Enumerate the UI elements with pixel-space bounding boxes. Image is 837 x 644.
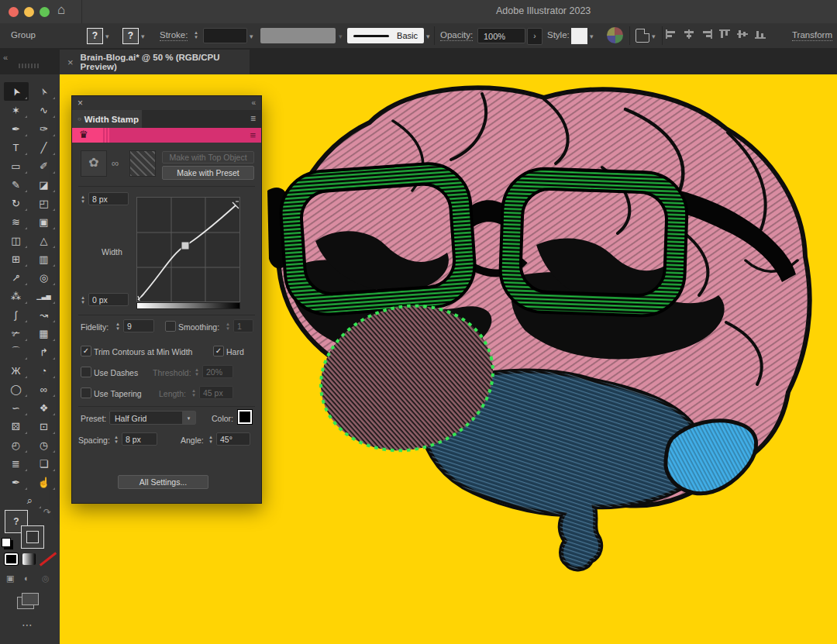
stepper-down-icon[interactable]: ▾	[115, 439, 118, 444]
recolor-artwork-icon[interactable]	[607, 27, 623, 43]
mesh-tool[interactable]: ⊞	[4, 250, 29, 268]
stroke-weight-stepper[interactable]: ▴▾	[192, 30, 200, 40]
stroke-color-swatch[interactable]: ?	[122, 28, 139, 44]
smart-remove-brush-tool[interactable]: ✃	[4, 324, 29, 343]
stepper-down-icon[interactable]: ▾	[195, 372, 198, 377]
dynamic-sketch-tool[interactable]: ↝	[32, 305, 57, 324]
close-document-icon[interactable]: ×	[67, 57, 74, 68]
use-tapering-checkbox[interactable]	[81, 387, 91, 398]
stamp-object-thumbnail[interactable]: ✿	[81, 150, 107, 177]
gauge-tool-2[interactable]: ◷	[32, 436, 57, 454]
gauge-tool-1[interactable]: ◴	[4, 436, 29, 454]
target-tool[interactable]: ⊡	[32, 417, 57, 436]
fill-color-swatch[interactable]: ?	[87, 28, 103, 44]
paintbrush-tool[interactable]: ✐	[32, 157, 57, 175]
stepper-down-icon[interactable]: ▾	[116, 326, 119, 331]
all-settings-button[interactable]: All Settings...	[118, 475, 208, 489]
horizontal-align-center-icon[interactable]	[683, 29, 695, 40]
rectangle-tool[interactable]: ▭	[4, 157, 29, 175]
brush-definition-field[interactable]: Basic	[347, 28, 424, 43]
shaper-tool[interactable]: ✎	[4, 175, 29, 194]
eyedropper-tool[interactable]: ⊸	[4, 268, 29, 287]
default-fill-stroke-icon[interactable]	[2, 538, 11, 547]
artboard-chevron-icon[interactable]: ▾	[652, 33, 656, 40]
width-curve-graph[interactable]	[136, 197, 240, 302]
preset-dropdown-icon[interactable]: ▾	[181, 412, 195, 424]
opacity-link[interactable]: Opacity:	[440, 30, 473, 41]
selection-tool[interactable]: ➤	[4, 82, 29, 101]
vertical-align-center-icon[interactable]	[736, 29, 749, 40]
angle-field[interactable]: 45°	[216, 432, 250, 446]
style-swatch[interactable]	[571, 28, 587, 44]
width-max-field[interactable]: 8 px	[88, 192, 129, 205]
draw-normal-mode-button[interactable]: ▣	[6, 573, 14, 584]
panel-close-icon[interactable]: ×	[78, 98, 83, 108]
hard-checkbox[interactable]: ✓	[213, 346, 224, 356]
free-transform-tool[interactable]: ▣	[32, 212, 57, 231]
preset-select[interactable]: Half Grid▾	[109, 411, 196, 425]
trim-contours-checkbox[interactable]: ✓	[81, 346, 91, 356]
close-window-button[interactable]	[9, 7, 19, 17]
brush-chevron-icon[interactable]: ▾	[426, 33, 430, 40]
type-tool[interactable]: T	[4, 138, 29, 157]
stepper-down-icon[interactable]: ▾	[81, 300, 84, 305]
zoom-tool[interactable]: ⌕	[18, 491, 43, 510]
stamp-pattern-swatch[interactable]	[129, 150, 156, 177]
ring-tool[interactable]: ◯	[4, 380, 29, 398]
width-min-stepper[interactable]: ▴▾	[79, 295, 87, 305]
width-profile-chevron-icon[interactable]: ▾	[339, 33, 343, 40]
width-curve[interactable]	[141, 205, 236, 297]
eraser-tool[interactable]: ◪	[32, 175, 57, 194]
stroke-link[interactable]: Stroke:	[160, 30, 188, 41]
threshold-stepper[interactable]: ▴▾	[193, 367, 201, 377]
panel-collapse-icon[interactable]: «	[251, 98, 255, 107]
magic-wand-tool[interactable]: ✶	[4, 101, 29, 119]
spacing-field[interactable]: 8 px	[122, 432, 157, 446]
stroke-weight-chevron-icon[interactable]: ▾	[250, 33, 253, 40]
smoothing-field[interactable]: 1	[233, 319, 253, 332]
measure-tool[interactable]: ≣	[4, 454, 29, 473]
texture-tool[interactable]: ▦	[32, 324, 57, 343]
hand-tool[interactable]: ☝	[32, 473, 57, 491]
pen-tool[interactable]: ✒	[4, 119, 29, 138]
width-gradient-ramp[interactable]	[136, 302, 240, 309]
collapse-toolbar-icon[interactable]: «	[3, 53, 7, 62]
swap-fill-stroke-icon[interactable]: ↷	[43, 507, 51, 518]
vertical-align-top-icon[interactable]	[718, 29, 731, 40]
column-graph-tool[interactable]: ▁▃▅	[32, 287, 57, 305]
horizontal-align-right-icon[interactable]	[701, 29, 713, 40]
stepper-down-icon[interactable]: ▾	[81, 199, 84, 204]
make-with-top-object-button[interactable]: Make with Top Object	[162, 151, 254, 164]
toolbar-grip[interactable]	[19, 64, 40, 68]
opacity-go-button[interactable]: ›	[527, 28, 542, 45]
home-icon[interactable]: ⌂	[57, 2, 65, 18]
use-dashes-checkbox[interactable]	[81, 367, 91, 377]
stamp-color-swatch[interactable]	[238, 410, 252, 424]
length-field[interactable]: 45 px	[199, 386, 233, 399]
pathscribe-tool[interactable]: ⌒	[4, 343, 29, 361]
fidelity-field[interactable]: 9	[123, 319, 154, 332]
perspective-grid-tool[interactable]: △	[32, 231, 57, 250]
dice-tool[interactable]: ⚄	[4, 417, 29, 436]
zoom-window-button[interactable]	[40, 7, 50, 17]
smoothing-stepper[interactable]: ▴▾	[224, 322, 232, 331]
transform-link[interactable]: Transform	[792, 30, 832, 41]
stroke-chevron-icon[interactable]: ▾	[141, 33, 145, 40]
angle-stepper[interactable]: ▴▾	[207, 435, 215, 444]
line-segment-tool[interactable]: ╱	[32, 138, 57, 157]
nib-tool[interactable]: ✒	[4, 473, 29, 491]
blend-tool[interactable]: ◎	[32, 268, 57, 287]
stroke-color-well[interactable]	[21, 525, 44, 549]
smoothing-checkbox[interactable]	[165, 321, 176, 332]
width-tool[interactable]: ≋	[4, 212, 29, 231]
make-with-preset-button[interactable]: Make with Preset	[162, 166, 254, 180]
stepper-down-icon[interactable]: ▾	[192, 393, 195, 398]
fidelity-stepper[interactable]: ▴▾	[114, 322, 122, 331]
opacity-field[interactable]: 100%	[477, 28, 525, 43]
shape-builder-tool[interactable]: ◫	[4, 231, 29, 250]
squiggle-tool[interactable]: ∽	[4, 398, 29, 417]
length-stepper[interactable]: ▴▾	[190, 388, 198, 398]
draw-behind-mode-button[interactable]: ◐	[24, 573, 29, 583]
width-max-stepper[interactable]: ▴▾	[79, 195, 87, 204]
curve-handle[interactable]	[181, 242, 189, 250]
